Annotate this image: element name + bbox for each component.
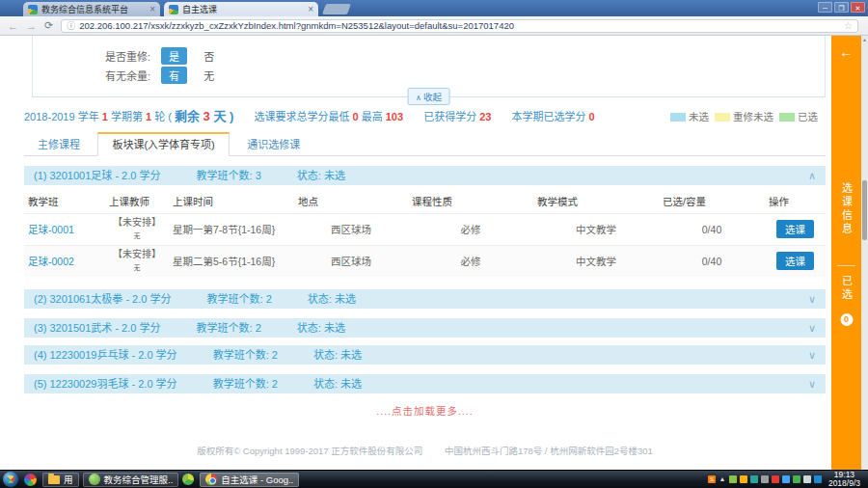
class-count: 教学班个数: 2 — [207, 293, 272, 305]
close-tab-icon[interactable]: × — [149, 4, 155, 14]
chevron-down-icon[interactable]: ∨ — [808, 318, 816, 338]
class-link[interactable]: 足球-0002 — [28, 256, 74, 267]
section-status: 状态: 未选 — [313, 349, 362, 361]
taskbar-clock[interactable]: 19:13 2018/9/3 — [825, 471, 864, 488]
filter-option-yes[interactable]: 是 — [161, 47, 187, 65]
teacher-status: 【未安排】 — [113, 217, 161, 228]
status-legend: 未选 重修未选 已选 — [670, 109, 818, 123]
teaching-mode: 中文教学 — [533, 213, 659, 245]
filter-option-no[interactable]: 否 — [196, 47, 222, 65]
section-title: (4) 12230019乒乓球 - 2.0 学分 — [34, 349, 177, 361]
tab-general-electives[interactable]: 通识选修课 — [233, 134, 313, 158]
class-link[interactable]: 足球-0001 — [28, 224, 74, 235]
term-info-bar: 2018-2019 学年 1 学期第 1 轮 ( 剩余 3 天 ) 选课要求总学… — [24, 106, 612, 124]
course-section-header[interactable]: (4) 12230019乒乓球 - 2.0 学分 教学班个数: 2 状态: 未选… — [24, 345, 826, 365]
minimize-button[interactable]: ─ — [818, 2, 832, 13]
table-row: 足球-0001 【未安排】无 星期一第7-8节{1-16周} 西区球场 必修 中… — [24, 213, 826, 245]
address-text: 中国杭州西斗门路178号 / 杭州网新软件园2号楼301 — [445, 446, 653, 456]
sogou-tray-icon[interactable]: S — [708, 475, 716, 483]
browser-tab-1[interactable]: 教务综合信息系统平台 × — [23, 2, 160, 16]
network-tray-icon[interactable] — [803, 475, 811, 483]
back-arrow-icon[interactable]: ← — [831, 43, 861, 60]
legend-swatch-unselected — [670, 113, 686, 122]
course-nature: 必修 — [408, 213, 533, 245]
refresh-icon[interactable]: ⟳ — [44, 19, 53, 32]
legend-label: 未选 — [689, 111, 709, 122]
chevron-down-icon[interactable]: ∨ — [808, 374, 816, 393]
collapse-filters-button[interactable]: ∧收起 — [407, 88, 450, 105]
messenger-tray-icon[interactable] — [740, 475, 747, 483]
filter-option-none[interactable]: 无 — [196, 67, 222, 84]
scroll-up-arrow-icon[interactable]: ▲ — [861, 36, 868, 43]
forward-icon[interactable]: → — [26, 20, 37, 32]
collapse-label: 收起 — [423, 92, 442, 102]
taskbar-folder-button[interactable]: 用 — [42, 473, 79, 487]
taskbar-browser-button[interactable]: 教务综合管理服.. — [83, 473, 179, 487]
tab-favicon — [169, 5, 178, 14]
teacher-name: 无 — [134, 264, 141, 271]
select-course-button[interactable]: 选课 — [776, 252, 814, 270]
close-tab-icon[interactable]: × — [308, 4, 313, 14]
start-button[interactable] — [3, 472, 18, 487]
chevron-down-icon[interactable]: ∨ — [808, 289, 816, 309]
taskbar: 用 教务综合管理服.. 自主选课 - Goog.. S ▲ 19:13 2018… — [0, 470, 868, 488]
copyright-text: 版权所有© Copyright 1999-2017 正方软件股份有限公司 — [197, 446, 422, 456]
term-text: 2018-2019 学年 1 学期第 1 轮 ( 剩余 3 天 ) — [24, 111, 233, 122]
shield-tray-icon[interactable] — [782, 475, 790, 483]
course-section-header[interactable]: (5) 12230029羽毛球 - 2.0 学分 教学班个数: 2 状态: 未选… — [24, 374, 826, 393]
filter-row-capacity: 有无余量: 有 无 — [91, 67, 228, 84]
tab-block-courses-active[interactable]: 板块课(入学体育专项) — [97, 132, 229, 156]
chevron-down-icon[interactable]: ∨ — [808, 345, 816, 365]
url-input[interactable]: ⓘ 202.206.100.217/xsxk/zzxkyzb_cxZzxkYzb… — [61, 19, 858, 33]
class-place: 西区球场 — [294, 245, 408, 277]
security-shield-icon[interactable] — [772, 475, 779, 483]
selected-courses-tab[interactable]: 已选 — [839, 275, 854, 302]
section-title: (3) 3201501武术 - 2.0 学分 — [34, 322, 160, 334]
app-ball-icon[interactable] — [182, 474, 194, 485]
col-nature: 课程性质 — [408, 190, 533, 213]
close-window-button[interactable]: ✕ — [851, 2, 865, 13]
filter-option-has[interactable]: 有 — [161, 67, 187, 84]
chevron-up-icon: ∧ — [416, 94, 421, 102]
folder-icon — [48, 475, 60, 484]
scrollbar-thumb[interactable] — [862, 180, 867, 240]
class-table: 教学班 上课教师 上课时间 地点 课程性质 教学模式 已选/容量 操作 足球-0… — [24, 190, 826, 277]
col-class: 教学班 — [24, 190, 105, 213]
side-divider — [837, 265, 855, 266]
earned-credits: 已获得学分 23 — [423, 111, 491, 122]
back-icon[interactable]: ← — [8, 20, 18, 32]
selected-count-badge: 0 — [840, 313, 853, 326]
section-title: (1) 3201001足球 - 2.0 学分 — [34, 170, 160, 181]
section-title: (5) 12230029羽毛球 - 2.0 学分 — [34, 378, 177, 390]
new-tab-button[interactable] — [322, 4, 351, 14]
filter-row-rebuild: 是否重修: 是 否 — [91, 47, 228, 65]
selection-info-tab[interactable]: 选课信息 — [839, 182, 854, 236]
class-time: 星期一第7-8节{1-16周} — [169, 213, 294, 245]
browser-tab-2-active[interactable]: 自主选课 × — [164, 2, 318, 16]
section-status: 状态: 未选 — [297, 170, 345, 181]
safety-tray-icon[interactable] — [793, 475, 800, 483]
restore-button[interactable]: ❐ — [834, 2, 849, 13]
show-hidden-icons-button[interactable]: ▲ — [719, 475, 726, 483]
printer-tray-icon[interactable] — [761, 475, 769, 483]
load-more-link[interactable]: ....点击加载更多.... — [24, 403, 826, 418]
page-scrollbar[interactable]: ▲ — [861, 36, 868, 470]
antivirus-tray-icon[interactable] — [729, 475, 737, 483]
course-section-header[interactable]: (3) 3201501武术 - 2.0 学分 教学班个数: 2 状态: 未选 ∨ — [24, 318, 826, 338]
tab-major-courses[interactable]: 主修课程 — [24, 134, 94, 158]
update-tray-icon[interactable] — [750, 475, 758, 483]
taskbar-chrome-button[interactable]: 自主选课 - Goog.. — [200, 473, 299, 487]
volume-tray-icon[interactable] — [814, 475, 822, 483]
quick-launch-icon[interactable] — [24, 474, 37, 486]
chevron-up-icon[interactable]: ∧ — [808, 166, 816, 185]
filter-panel: 是否重修: 是 否 有无余量: 有 无 ∧收起 — [32, 36, 826, 97]
course-section-header[interactable]: (2) 3201061太极拳 - 2.0 学分 教学班个数: 2 状态: 未选 … — [24, 289, 826, 309]
course-section-header[interactable]: (1) 3201001足球 - 2.0 学分 教学班个数: 3 状态: 未选 ∧ — [24, 166, 826, 185]
class-time: 星期二第5-6节{1-16周} — [169, 245, 294, 277]
select-course-button[interactable]: 选课 — [776, 220, 814, 238]
class-count: 教学班个数: 3 — [197, 170, 261, 181]
bookmark-star-icon[interactable]: ☆ — [844, 20, 853, 31]
filter-label: 是否重修: — [91, 48, 150, 64]
site-info-icon[interactable]: ⓘ — [67, 19, 75, 32]
window-controls: ─ ❐ ✕ — [818, 2, 865, 13]
